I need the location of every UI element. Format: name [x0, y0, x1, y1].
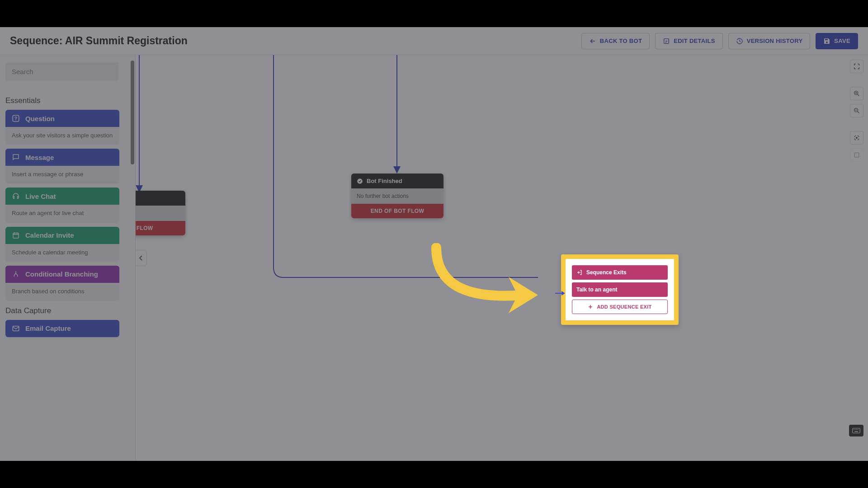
node-body: No further bot actions: [351, 188, 443, 204]
card-desc: Ask your site visitors a simple question: [5, 127, 119, 144]
edit-icon: [663, 38, 670, 45]
zoom-in-icon: [853, 90, 860, 97]
sidebar-scrollbar[interactable]: [131, 61, 134, 164]
card-branching[interactable]: Conditional Branching Branch based on co…: [5, 266, 119, 300]
card-desc: Branch based on conditions: [5, 283, 119, 300]
fullscreen-button[interactable]: [850, 60, 863, 73]
canvas[interactable]: hed actions BOT FLOW Bot Finished No fur…: [136, 55, 868, 461]
add-sequence-exit-button[interactable]: ADD SEQUENCE EXIT: [572, 300, 668, 314]
edit-details-button[interactable]: EDIT DETAILS: [655, 33, 722, 49]
node-footer: END OF BOT FLOW: [351, 204, 443, 218]
node-footer: BOT FLOW: [136, 221, 185, 235]
header-actions: BACK TO BOT EDIT DETAILS VERSION HISTORY…: [581, 33, 858, 49]
app-frame: Sequence: AIR Summit Registration BACK T…: [0, 27, 868, 461]
exit-icon: [576, 269, 583, 276]
edit-label: EDIT DETAILS: [674, 38, 715, 44]
add-exit-label: ADD SEQUENCE EXIT: [597, 304, 651, 310]
save-icon: [823, 38, 830, 45]
zoom-out-icon: [853, 107, 860, 114]
svg-rect-16: [856, 429, 857, 430]
card-title: Question: [25, 115, 55, 122]
fullscreen-icon: [853, 63, 860, 70]
search-input[interactable]: [5, 62, 118, 81]
save-label: SAVE: [834, 38, 850, 44]
card-question[interactable]: ? Question Ask your site visitors a simp…: [5, 110, 119, 144]
sequence-exits-header: Sequence Exits: [572, 265, 668, 280]
card-calendar[interactable]: Calendar Invite Schedule a calendar meet…: [5, 227, 119, 261]
mail-icon: [12, 324, 20, 333]
history-icon: [736, 38, 743, 45]
check-circle-icon: [357, 178, 363, 184]
collapse-sidebar-button[interactable]: [136, 250, 147, 266]
flow-arrow-into-exits: [555, 291, 566, 296]
exit-item-label: Talk to an agent: [576, 286, 617, 293]
card-title: Calendar Invite: [25, 231, 74, 239]
card-title: Message: [25, 154, 54, 161]
grid-button[interactable]: [850, 148, 863, 162]
svg-rect-15: [855, 429, 856, 430]
svg-rect-14: [854, 429, 854, 430]
keyboard-shortcuts-button[interactable]: [849, 425, 863, 436]
card-desc: Route an agent for live chat: [5, 205, 119, 222]
exits-title: Sequence Exits: [586, 269, 627, 276]
card-title: Live Chat: [25, 192, 56, 200]
branch-icon: [12, 270, 20, 278]
canvas-controls: [850, 60, 863, 162]
card-titleito: Conditional Branching: [25, 270, 98, 278]
svg-rect-12: [854, 153, 859, 157]
sequence-exits-panel[interactable]: Sequence Exits Talk to an agent ADD SEQU…: [566, 259, 674, 320]
page-title: Sequence: AIR Summit Registration: [10, 35, 188, 47]
svg-rect-3: [13, 233, 19, 238]
node-body: actions: [136, 206, 185, 221]
zoom-in-button[interactable]: [850, 87, 863, 100]
svg-rect-18: [854, 432, 858, 432]
version-history-button[interactable]: VERSION HISTORY: [728, 33, 811, 49]
flow-node-bot-finished-partial[interactable]: hed actions BOT FLOW: [136, 191, 185, 235]
svg-text:?: ?: [14, 116, 17, 121]
card-title: Email Capture: [25, 324, 71, 332]
card-desc: Insert a message or phrase: [5, 166, 119, 183]
card-live-chat[interactable]: Live Chat Route an agent for live chat: [5, 188, 119, 222]
keyboard-icon: [852, 428, 860, 433]
card-email[interactable]: Email Capture: [5, 320, 119, 337]
node-title: Bot Finished: [367, 178, 402, 184]
calendar-icon: [12, 231, 20, 239]
card-desc: Schedule a calendar meeting: [5, 244, 119, 261]
headset-icon: [12, 192, 20, 200]
svg-rect-13: [853, 428, 860, 433]
sequence-exit-item[interactable]: Talk to an agent: [572, 282, 668, 297]
svg-point-11: [856, 137, 858, 139]
flow-node-bot-finished[interactable]: Bot Finished No further bot actions END …: [351, 174, 443, 218]
plus-icon: [588, 304, 593, 310]
zoom-out-button[interactable]: [850, 104, 863, 117]
question-icon: ?: [12, 114, 20, 122]
section-essentials: Essentials: [5, 96, 130, 105]
card-message[interactable]: Message Insert a message or phrase: [5, 149, 119, 183]
svg-rect-17: [858, 429, 859, 430]
section-data-capture: Data Capture: [5, 306, 130, 315]
sequence-exits-highlight: Sequence Exits Talk to an agent ADD SEQU…: [561, 254, 679, 325]
history-label: VERSION HISTORY: [747, 38, 803, 44]
arrow-left-icon: [589, 38, 596, 45]
chevron-left-icon: [139, 255, 143, 261]
back-to-bot-button[interactable]: BACK TO BOT: [581, 33, 650, 49]
grid-icon: [853, 151, 860, 159]
flow-connectors: [136, 55, 868, 461]
sidebar: Essentials ? Question Ask your site visi…: [0, 55, 136, 461]
fit-icon: [853, 134, 860, 141]
main: Essentials ? Question Ask your site visi…: [0, 55, 868, 461]
fit-button[interactable]: [850, 131, 863, 145]
save-button[interactable]: SAVE: [816, 33, 858, 49]
back-label: BACK TO BOT: [600, 38, 642, 44]
message-icon: [12, 153, 20, 161]
header: Sequence: AIR Summit Registration BACK T…: [0, 27, 868, 55]
